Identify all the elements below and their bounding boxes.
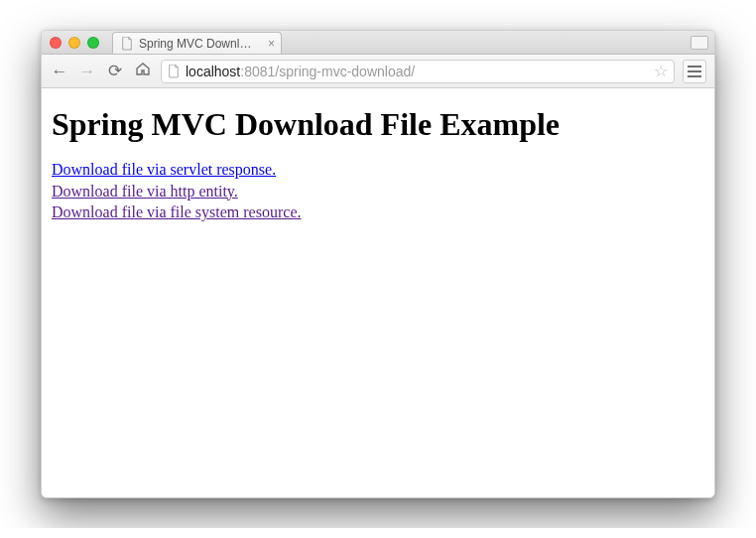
hamburger-menu-button[interactable]: [683, 60, 706, 83]
window-titlebar: Spring MVC Download File ×: [42, 31, 714, 55]
window-corner-button[interactable]: [691, 36, 708, 50]
browser-window: Spring MVC Download File × ← → ⟳ localho…: [41, 30, 715, 498]
tab-title: Spring MVC Download File: [139, 37, 258, 51]
site-icon: [168, 65, 180, 78]
forward-button[interactable]: →: [77, 62, 97, 81]
download-link-filesystem-resource[interactable]: Download file via file system resource.: [52, 203, 301, 220]
reload-button[interactable]: ⟳: [105, 61, 125, 81]
bookmark-star-icon[interactable]: ☆: [654, 62, 668, 80]
list-item: Download file via file system resource.: [52, 202, 704, 223]
page-icon: [121, 37, 133, 51]
url-text: localhost:8081/spring-mvc-download/: [186, 64, 648, 79]
url-path: /spring-mvc-download/: [275, 64, 415, 79]
browser-toolbar: ← → ⟳ localhost:8081/spring-mvc-download…: [42, 55, 714, 88]
traffic-lights: [50, 37, 99, 49]
download-link-http-entity[interactable]: Download file via http entity.: [52, 183, 238, 200]
page-content: Spring MVC Download File Example Downloa…: [42, 88, 714, 497]
browser-tab[interactable]: Spring MVC Download File ×: [112, 32, 282, 54]
home-button[interactable]: [133, 61, 153, 81]
url-port: :8081: [240, 64, 275, 79]
list-item: Download file via servlet response.: [52, 159, 704, 181]
link-list: Download file via servlet response. Down…: [52, 159, 704, 223]
close-window-button[interactable]: [50, 37, 62, 49]
address-bar[interactable]: localhost:8081/spring-mvc-download/ ☆: [161, 60, 675, 83]
zoom-window-button[interactable]: [87, 37, 99, 49]
list-item: Download file via http entity.: [52, 181, 704, 202]
back-button[interactable]: ←: [50, 62, 69, 81]
download-link-servlet[interactable]: Download file via servlet response.: [52, 161, 276, 178]
close-tab-icon[interactable]: ×: [268, 38, 275, 50]
minimize-window-button[interactable]: [68, 37, 80, 49]
url-host: localhost: [186, 64, 240, 79]
page-heading: Spring MVC Download File Example: [52, 106, 704, 143]
hamburger-icon: [688, 66, 701, 77]
